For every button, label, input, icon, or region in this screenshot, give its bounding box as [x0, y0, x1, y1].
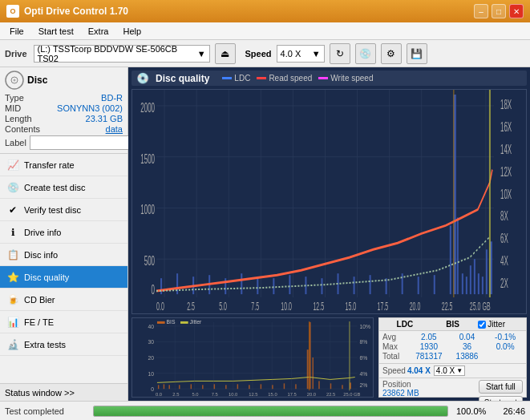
disc-contents-value[interactable]: data: [106, 124, 123, 134]
menu-start-test[interactable]: Start test: [32, 25, 80, 38]
drive-dropdown-icon: ▼: [197, 49, 206, 59]
legend-read-speed-color: [257, 77, 266, 79]
sidebar-item-disc-info[interactable]: 📋 Disc info: [0, 244, 127, 266]
svg-text:40: 40: [148, 324, 155, 329]
refresh-button[interactable]: ↻: [330, 43, 350, 64]
svg-rect-124: [180, 321, 188, 324]
jitter-label: Jitter: [488, 320, 505, 329]
svg-rect-103: [168, 385, 169, 389]
disc-length-row: Length 23.31 GB: [5, 114, 123, 123]
svg-rect-118: [318, 381, 319, 389]
svg-text:10X: 10X: [500, 188, 512, 202]
svg-rect-117: [313, 357, 314, 389]
title-bar: O Opti Drive Control 1.70 – □ ✕: [0, 0, 530, 22]
svg-text:22.5: 22.5: [326, 392, 335, 397]
extra-tests-icon: 🔬: [6, 338, 19, 351]
nav-items: 📈 Transfer rate 💿 Create test disc ✔ Ver…: [0, 154, 127, 383]
svg-rect-48: [402, 273, 403, 294]
disc-quality-icon: ⭐: [6, 271, 19, 284]
stats-avg-ldc: 2.05: [411, 333, 447, 341]
toolbar: Drive (L:) TSSTcorp BDDVDW SE-506CB TS02…: [0, 40, 530, 67]
disc-contents-row: Contents data: [5, 124, 123, 134]
sidebar-item-drive-info[interactable]: ℹ Drive info: [0, 221, 127, 244]
disc-label-input[interactable]: [30, 135, 136, 150]
svg-text:500: 500: [144, 254, 155, 269]
speed-selector-stats[interactable]: 4.0 X ▼: [434, 365, 465, 376]
start-full-button[interactable]: Start full: [479, 380, 523, 394]
svg-rect-50: [434, 275, 435, 294]
svg-text:2.5: 2.5: [187, 300, 195, 312]
drive-eject-button[interactable]: ⏏: [215, 43, 236, 64]
svg-text:12X: 12X: [500, 165, 512, 180]
disc-mid-value: SONYNN3 (002): [57, 103, 123, 113]
stats-total-bis: 13886: [450, 352, 485, 361]
close-button[interactable]: ✕: [509, 4, 524, 18]
svg-text:25.0 GB: 25.0 GB: [343, 392, 360, 397]
svg-rect-41: [289, 275, 290, 294]
menu-help[interactable]: Help: [116, 25, 148, 38]
bottom-chart-svg: 40 30 20 10 0 10% 8% 6% 4% 2%: [132, 318, 373, 397]
speed-selector[interactable]: 4.0 X ▼: [277, 45, 325, 63]
stats-max-jitter: 0.0%: [488, 342, 523, 351]
svg-text:1500: 1500: [140, 152, 155, 167]
speed-dropdown-icon: ▼: [312, 49, 321, 59]
status-time: 26:46: [493, 406, 525, 416]
chart-title-icon: 💿: [136, 72, 149, 84]
status-text: Test completed: [5, 406, 85, 416]
sidebar-item-verify-test-disc[interactable]: ✔ Verify test disc: [0, 199, 127, 221]
speed-value: 4.0 X: [281, 49, 301, 59]
status-window-nav[interactable]: Status window >>: [0, 383, 127, 401]
maximize-button[interactable]: □: [492, 4, 506, 18]
sidebar-item-create-test-disc[interactable]: 💿 Create test disc: [0, 176, 127, 199]
progress-bar-fill: [94, 406, 447, 416]
svg-rect-40: [273, 278, 274, 294]
drive-selector[interactable]: (L:) TSSTcorp BDDVDW SE-506CB TS02 ▼: [34, 45, 210, 63]
legend-write-speed-label: Write speed: [330, 74, 373, 83]
disc-type-row: Type BD-R: [5, 93, 123, 103]
svg-rect-114: [295, 384, 296, 389]
svg-rect-102: [164, 384, 164, 389]
sidebar-item-transfer-rate[interactable]: 📈 Transfer rate: [0, 154, 127, 176]
disc-button[interactable]: 💿: [355, 43, 376, 64]
disc-length-value: 23.31 GB: [86, 114, 123, 123]
svg-text:16X: 16X: [500, 120, 512, 135]
main-layout: Disc Type BD-R MID SONYNN3 (002) Length …: [0, 67, 530, 401]
svg-rect-57: [474, 259, 475, 294]
disc-label-row: Label ⭳: [5, 135, 123, 150]
stats-position-row: Position 23862 MB Start full Start part: [379, 378, 526, 401]
svg-text:10: 10: [148, 371, 155, 377]
sidebar-item-extra-tests[interactable]: 🔬 Extra tests: [0, 333, 127, 356]
title-bar-controls: – □ ✕: [474, 4, 524, 18]
disc-section: Disc Type BD-R MID SONYNN3 (002) Length …: [0, 67, 127, 154]
svg-text:8%: 8%: [360, 339, 368, 345]
svg-rect-104: [179, 385, 180, 389]
svg-text:12.5: 12.5: [313, 300, 324, 312]
svg-point-2: [14, 79, 16, 82]
svg-text:2%: 2%: [360, 382, 368, 388]
content-area: 💿 Disc quality LDC Read speed Write spee…: [128, 67, 530, 401]
sidebar-item-fe-te[interactable]: 📊 FE / TE: [0, 311, 127, 333]
stats-bis-header: BIS: [431, 320, 475, 329]
start-part-button[interactable]: Start part: [479, 396, 523, 401]
svg-rect-120: [342, 385, 342, 389]
menu-file[interactable]: File: [3, 25, 30, 38]
save-button[interactable]: 💾: [407, 43, 427, 64]
settings-button[interactable]: ⚙: [381, 43, 402, 64]
disc-type-label: Type: [5, 93, 24, 103]
minimize-button[interactable]: –: [474, 4, 488, 18]
svg-text:30: 30: [148, 339, 155, 345]
sidebar-item-cd-bier[interactable]: 🍺 CD Bier: [0, 289, 127, 311]
svg-text:18X: 18X: [500, 98, 512, 112]
svg-rect-34: [176, 273, 178, 294]
svg-rect-51: [450, 225, 451, 294]
menu-extra[interactable]: Extra: [82, 25, 115, 38]
jitter-checkbox[interactable]: [478, 321, 486, 329]
legend-read-speed: Read speed: [257, 74, 312, 83]
svg-text:15.0: 15.0: [346, 300, 357, 312]
sidebar-item-disc-quality[interactable]: ⭐ Disc quality: [0, 266, 127, 289]
svg-text:10.0: 10.0: [281, 300, 292, 312]
stats-rows: Avg 2.05 0.04 -0.1% Max 1930 36 0.0% Tot…: [379, 331, 526, 363]
disc-label-label: Label: [5, 138, 26, 147]
speed-select-val: 4.0 X: [436, 366, 455, 375]
svg-text:BIS: BIS: [167, 319, 176, 325]
